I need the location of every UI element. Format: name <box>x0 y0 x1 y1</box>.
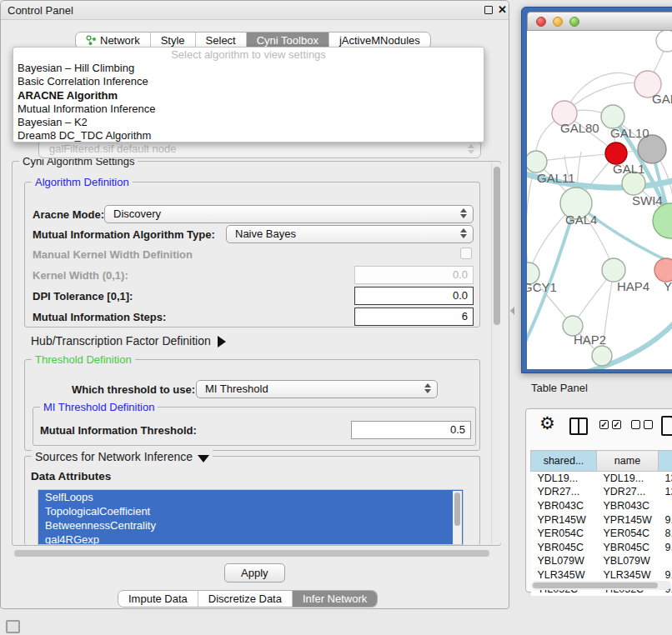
kernel-width-field[interactable]: 0.0 <box>354 266 474 284</box>
table-cell: YLR345W <box>597 568 659 582</box>
panel-splitter-handle[interactable] <box>510 307 514 315</box>
algorithm-dropdown-list: Select algorithm to view settings Bayesi… <box>13 47 484 142</box>
network-node[interactable] <box>592 346 612 366</box>
which-threshold-value: MI Threshold <box>205 382 268 395</box>
mi-threshold-label: Mutual Information Threshold: <box>40 424 197 437</box>
table-row[interactable]: YBL079WYBL079W <box>531 554 672 568</box>
network-node[interactable] <box>602 258 625 282</box>
select-all-columns-icon[interactable]: ✓✓ <box>599 420 621 429</box>
table-cell: YBL079W <box>531 554 597 568</box>
table-cell: YDR27... <box>531 485 597 499</box>
close-icon[interactable]: ✕ <box>498 3 507 16</box>
hub-definition-toggle[interactable]: Hub/Transcription Factor Definition <box>31 334 226 348</box>
table-row[interactable]: YDL19...YDL19...13 <box>531 472 672 486</box>
algorithm-definition-title: Algorithm Definition <box>32 176 133 188</box>
aracne-mode-combo[interactable]: Discovery <box>104 205 474 223</box>
network-node[interactable] <box>527 151 547 172</box>
tab-impute-data[interactable]: Impute Data <box>118 591 198 607</box>
table-row[interactable]: YBR045CYBR045C9. <box>531 540 672 554</box>
tab-label: Discretize Data <box>208 592 282 605</box>
column-header[interactable]: name <box>597 451 659 472</box>
control-panel-titlebar: Control Panel ✕ <box>1 1 509 20</box>
table-cell: YBL079W <box>597 554 659 568</box>
hub-definition-label: Hub/Transcription Factor Definition <box>31 334 211 348</box>
table-horizontal-scrollbar[interactable] <box>531 581 671 590</box>
node-label: GAL10 <box>610 126 649 140</box>
mi-threshold-field[interactable]: 0.5 <box>351 421 471 439</box>
float-window-icon[interactable] <box>484 6 493 14</box>
sources-group-title: Sources for Network Inference <box>35 450 193 463</box>
aracne-mode-label: Aracne Mode: <box>33 208 104 221</box>
attributes-scrollbar[interactable] <box>453 491 462 544</box>
tab-infer-network[interactable]: Infer Network <box>293 591 377 607</box>
network-node[interactable] <box>653 203 672 238</box>
zoom-traffic-light-icon[interactable] <box>569 17 579 27</box>
kernel-width-label: Kernel Width (0,1): <box>33 269 128 282</box>
dpi-tolerance-label: DPI Tolerance [0,1]: <box>33 290 133 302</box>
network-window-titlebar[interactable] <box>527 12 672 31</box>
network-icon <box>86 35 97 46</box>
algorithm-option[interactable]: Bayesian – K2 <box>13 116 484 129</box>
data-attributes-list[interactable]: SelfLoopsTopologicalCoefficientBetweenne… <box>38 489 464 545</box>
attribute-item[interactable]: gal4RGexp <box>38 532 463 545</box>
algorithm-option[interactable]: Bayesian – Hill Climbing <box>13 62 484 75</box>
table-cell: YBR043C <box>597 499 659 513</box>
tab-label: Select <box>206 34 236 47</box>
which-threshold-label: Which threshold to use: <box>72 383 195 396</box>
new-table-icon[interactable] <box>661 416 672 436</box>
column-header[interactable]: shared... <box>531 451 597 472</box>
attribute-item[interactable]: TopologicalCoefficient <box>38 504 463 518</box>
table-cell: 9. <box>659 512 672 527</box>
gear-icon[interactable]: ⚙ <box>539 414 555 432</box>
table-row[interactable]: YBR043CYBR043C <box>531 499 672 513</box>
minimize-traffic-light-icon[interactable] <box>553 17 563 27</box>
which-threshold-combo[interactable]: MI Threshold <box>196 380 438 398</box>
mi-steps-field[interactable]: 6 <box>354 308 474 326</box>
algorithm-option[interactable]: Basic Correlation Inference <box>13 75 484 88</box>
tab-label: Network <box>100 34 140 47</box>
mi-type-value: Naive Bayes <box>235 228 296 240</box>
table-cell: 12 <box>659 485 672 499</box>
table-cell: YPR145W <box>531 512 597 527</box>
columns-icon[interactable] <box>569 418 588 435</box>
table-row[interactable]: YER054CYER054C8. <box>531 527 672 541</box>
docked-panel-icon[interactable] <box>6 620 20 633</box>
settings-vertical-scrollbar[interactable] <box>491 162 501 544</box>
mi-type-combo[interactable]: Naive Bayes <box>226 225 474 243</box>
algorithm-option[interactable]: Dream8 DC_TDC Algorithm <box>13 129 484 142</box>
manual-kernel-checkbox[interactable] <box>460 248 472 259</box>
network-canvas[interactable]: GALGAL80GAL10GAL1GAL11SWI4GAL4GCY1HAP4YH… <box>527 31 672 369</box>
threshold-definition-title: Threshold Definition <box>32 353 135 366</box>
node-label: SWI4 <box>632 193 663 208</box>
apply-button[interactable]: Apply <box>224 563 285 582</box>
network-node[interactable] <box>601 105 624 128</box>
settings-horizontal-scrollbar[interactable] <box>13 548 501 558</box>
algorithm-option[interactable]: ARACNE Algorithm <box>13 89 484 102</box>
column-header[interactable]: A <box>659 451 672 472</box>
table-panel-title: Table Panel <box>531 382 588 394</box>
attribute-item[interactable]: SelfLoops <box>38 490 463 504</box>
table-row[interactable]: YLR345WYLR345W9. <box>531 568 672 582</box>
control-panel-window: Control Panel ✕ NetworkStyleSelectCyni T… <box>0 0 509 609</box>
table-cell <box>659 554 672 568</box>
aracne-mode-value: Discovery <box>113 208 161 220</box>
table-row[interactable]: YDR27...YDR27...12 <box>531 485 672 499</box>
collapse-arrow-icon[interactable] <box>198 455 209 462</box>
dpi-tolerance-field[interactable]: 0.0 <box>354 287 474 305</box>
node-label: GCY1 <box>527 280 557 294</box>
network-node[interactable] <box>654 258 672 282</box>
deselect-all-columns-icon[interactable] <box>631 420 653 429</box>
table-row[interactable]: YPR145WYPR145W9. <box>531 512 672 527</box>
table-cell: YPR145W <box>597 512 659 527</box>
node-attribute-table[interactable]: shared...nameA YDL19...YDL19...13YDR27..… <box>530 450 672 596</box>
network-node[interactable] <box>656 31 672 52</box>
attribute-item[interactable]: BetweennessCentrality <box>38 518 463 532</box>
algorithm-option[interactable]: Mutual Information Inference <box>13 102 484 116</box>
close-traffic-light-icon[interactable] <box>536 17 546 27</box>
dropdown-placeholder: Select algorithm to view settings <box>13 48 484 62</box>
tab-label: Infer Network <box>303 592 367 605</box>
tab-discretize-data[interactable]: Discretize Data <box>198 591 293 607</box>
table-cell: 13 <box>659 472 672 486</box>
panel-title: Control Panel <box>8 4 73 17</box>
tab-label: jActiveMNodules <box>339 34 420 47</box>
